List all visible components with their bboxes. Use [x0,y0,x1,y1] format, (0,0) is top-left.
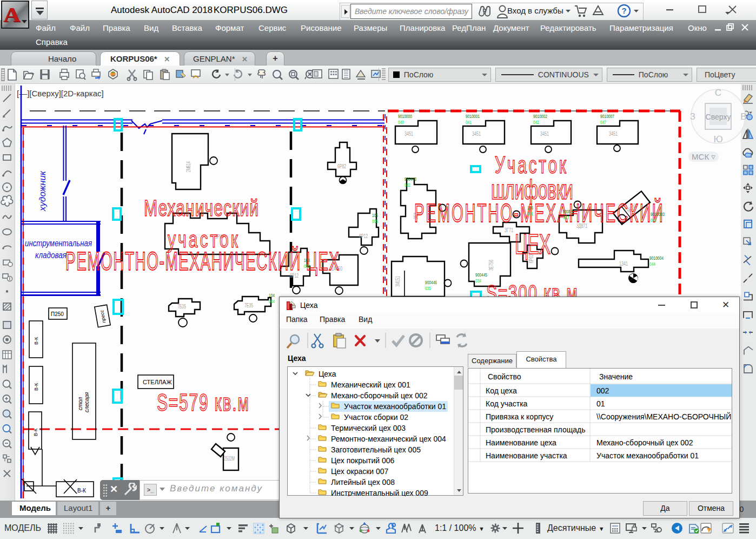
svg-text:3451: 3451 [540,131,549,137]
svg-text:Заготовительный цех 005: Заготовительный цех 005 [331,445,421,454]
svg-text:П250: П250 [51,311,64,317]
svg-text:РЕМОНТНО-МЕХАНИЧЕСКИЙ: РЕМОНТНО-МЕХАНИЧЕСКИЙ [414,198,663,227]
svg-text:3Е756: 3Е756 [488,260,494,271]
svg-text:Инстрчментальный цех 009: Инстрчментальный цех 009 [331,489,428,496]
svg-text:9010002: 9010002 [533,114,547,119]
svg-text:ЦЕХ: ЦЕХ [515,228,551,260]
svg-text:художник: художник [37,170,48,212]
svg-text:Литейный цех 008: Литейный цех 008 [331,478,395,487]
svg-text:043: 043 [651,218,656,223]
svg-text:[—][Сверху][2D-каркас]: [—][Сверху][2D-каркас] [17,89,104,98]
svg-text:01: 01 [596,399,605,408]
svg-text:пресс: пресс [99,310,107,324]
svg-text:S=579 кв.м: S=579 кв.м [157,389,249,416]
svg-text:Механо-сборочный цех 002: Механо-сборочный цех 002 [596,438,693,447]
svg-text:7Б35: 7Б35 [177,304,186,310]
svg-text:9010000: 9010000 [398,114,412,119]
svg-text:Цех окраски 007: Цех окраски 007 [331,467,389,476]
svg-text:Ремонтно-механический цех 004: Ремонтно-механический цех 004 [331,435,446,443]
svg-text:105: 105 [372,213,378,218]
svg-text:9010003: 9010003 [651,212,665,217]
svg-text:7Е35: 7Е35 [244,303,253,308]
svg-text:3М151: 3М151 [395,276,401,287]
svg-text:Сверху: Сверху [706,113,731,121]
svg-text:Наименование цеха: Наименование цеха [486,438,556,447]
svg-text:З: З [690,111,695,122]
svg-text:Производственная площадь: Производственная площадь [486,425,585,434]
svg-text:Цех покрытий 006: Цех покрытий 006 [331,456,395,465]
svg-text:104: 104 [269,293,275,298]
svg-text:С: С [715,88,721,98]
svg-text:В: В [740,111,746,122]
svg-text:слесаря: слесаря [84,392,90,412]
svg-text:В-К: В-К [34,337,39,345]
svg-text:3451: 3451 [609,131,618,137]
svg-text:Ю: Ю [713,134,722,144]
svg-text:РЕМОНТНО-МЕХАНИЧЕСКИЙ ЦЕХ: РЕМОНТНО-МЕХАНИЧЕСКИЙ ЦЕХ [65,246,339,275]
svg-text:СТЕЛЛАЖ: СТЕЛЛАЖ [143,379,172,385]
svg-text:Участок механообработки 01: Участок механообработки 01 [344,402,446,411]
svg-text:900446: 900446 [425,280,437,285]
svg-text:047: 047 [600,120,606,125]
svg-text:004: 004 [269,299,275,304]
svg-text:900443: 900443 [404,176,416,182]
svg-text:900Б2: 900Б2 [563,209,573,214]
svg-text:2532М: 2532М [224,456,235,462]
svg-text:9010004: 9010004 [649,255,664,261]
svg-text:Термический цех 003: Термический цех 003 [331,424,406,432]
svg-text:032: 032 [404,182,410,188]
svg-text:Код участка: Код участка [486,399,528,408]
svg-text:В-К: В-К [33,428,38,436]
svg-text:041: 041 [466,120,472,125]
svg-text:035: 035 [425,286,431,291]
svg-text:3451: 3451 [472,131,481,137]
svg-text:002: 002 [596,386,609,395]
svg-text:Механический: Механический [144,195,258,221]
svg-text:В-К: В-К [77,488,86,494]
svg-text:013: 013 [563,215,569,220]
svg-text:Механо-сборочный цех 002: Механо-сборочный цех 002 [331,391,428,400]
svg-text:стол: стол [77,397,83,410]
svg-text:\\Сооружения\МЕХАНО-СБОРОЧНЫЙ: \\Сооружения\МЕХАНО-СБОРОЧНЫЙ [596,412,731,421]
svg-text:3451: 3451 [404,131,413,137]
svg-text:Свойство: Свойство [488,372,521,381]
svg-text:2М614: 2М614 [185,161,191,172]
svg-text:106: 106 [527,205,533,211]
svg-text:!: ! [708,529,709,533]
svg-text:Значение: Значение [599,372,633,381]
svg-text:?: ? [621,6,626,15]
svg-text:005: 005 [372,219,378,224]
svg-text:003: 003 [304,264,310,269]
svg-text:034: 034 [475,278,481,284]
svg-text:Механический цех 001: Механический цех 001 [331,380,410,389]
svg-text:3Г71: 3Г71 [505,227,513,233]
svg-text:6Р12: 6Р12 [359,233,368,239]
svg-text:044: 044 [649,261,655,267]
svg-text:040: 040 [398,120,404,125]
svg-text:9010007: 9010007 [600,114,614,119]
svg-text:Участок: Участок [495,151,566,179]
svg-text:900445: 900445 [475,272,487,278]
svg-text:Наименование участка: Наименование участка [486,451,567,460]
svg-text:Цеха: Цеха [319,370,336,378]
svg-text:В-К: В-К [34,383,39,391]
svg-text:042: 042 [533,120,539,125]
svg-text:Участок механообработки 01: Участок механообработки 01 [596,451,699,460]
svg-text:9010001: 9010001 [466,114,480,119]
svg-text:кладовая: кладовая [35,251,67,260]
svg-text:Участок сборки 02: Участок сборки 02 [344,413,408,422]
svg-text:103: 103 [304,258,310,263]
svg-text:Привязка к корпусу: Привязка к корпусу [486,412,553,421]
svg-text:1341: 1341 [619,261,628,267]
svg-text:6Р82: 6Р82 [337,163,346,169]
svg-text:Код цеха: Код цеха [486,386,517,395]
svg-text:001: 001 [527,211,533,216]
